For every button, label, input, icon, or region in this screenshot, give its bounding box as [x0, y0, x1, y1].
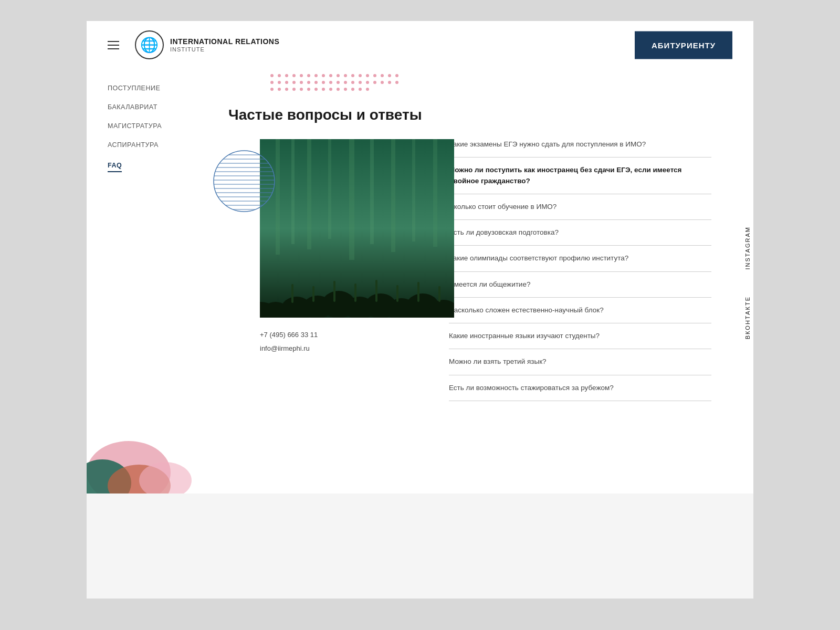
faq-item[interactable]: Можно ли взять третий язык?: [449, 349, 711, 375]
logo-subtitle: INSTITUTE: [170, 46, 279, 52]
dot: [337, 88, 340, 91]
logo-text: INTERNATIONAL RELATIONS INSTITUTE: [170, 37, 279, 52]
faq-question: Сколько стоит обучение в ИМО?: [449, 202, 711, 212]
sidebar: ПОСТУПЛЕНИЕ БАКАЛАВРИАТ МАГИСТРАТУРА АСП…: [87, 69, 218, 422]
dot: [285, 88, 288, 91]
svg-rect-19: [307, 139, 311, 249]
dot: [337, 74, 340, 77]
cta-button[interactable]: АБИТУРИЕНТУ: [635, 31, 732, 59]
photo-placeholder: [260, 139, 454, 318]
dot: [307, 74, 310, 77]
svg-rect-36: [312, 286, 314, 302]
faq-question: Есть ли довузовская подготовка?: [449, 227, 711, 238]
dot: [314, 88, 318, 91]
sidebar-item-bakalavriat[interactable]: БАКАЛАВРИАТ: [108, 103, 197, 111]
hamburger-menu[interactable]: [108, 41, 119, 49]
svg-rect-24: [412, 139, 415, 242]
svg-point-44: [87, 441, 171, 494]
dot: [322, 88, 325, 91]
faq-item[interactable]: Какие экзамены ЕГЭ нужно сдать для посту…: [449, 139, 711, 158]
dots-decoration: [270, 74, 711, 91]
dot: [366, 81, 369, 84]
dot: [270, 74, 274, 77]
faq-question: Имеется ли общежитие?: [449, 279, 711, 290]
dot: [285, 74, 288, 77]
dot: [351, 74, 354, 77]
dot: [270, 88, 274, 91]
faq-list: Какие экзамены ЕГЭ нужно сдать для посту…: [449, 139, 711, 401]
dot: [292, 81, 296, 84]
dot: [292, 74, 296, 77]
svg-rect-20: [328, 139, 331, 239]
svg-rect-22: [370, 139, 374, 244]
sidebar-item-postuplenie[interactable]: ПОСТУПЛЕНИЕ: [108, 85, 197, 92]
dot: [388, 74, 391, 77]
dots-row-1: [270, 74, 711, 77]
svg-rect-41: [417, 282, 419, 302]
dot: [351, 88, 354, 91]
dot: [359, 88, 362, 91]
dot: [395, 81, 398, 84]
dot: [373, 74, 376, 77]
dot: [278, 88, 281, 91]
globe-icon: 🌐: [140, 36, 159, 54]
dots-row-3: [270, 88, 711, 91]
svg-point-46: [108, 465, 171, 494]
content-area: Частые вопросы и ответы: [218, 69, 753, 422]
svg-point-1: [214, 151, 275, 212]
instagram-link[interactable]: INSTAGRAM: [744, 226, 751, 270]
main-layout: ПОСТУПЛЕНИЕ БАКАЛАВРИАТ МАГИСТРАТУРА АСП…: [87, 69, 753, 422]
dot: [300, 74, 303, 77]
faq-item[interactable]: Имеется ли общежитие?: [449, 272, 711, 298]
svg-rect-18: [291, 139, 295, 244]
dot: [351, 81, 354, 84]
faq-item[interactable]: Сколько стоит обучение в ИМО?: [449, 194, 711, 220]
faq-question: Какие олимпиады соответствуют профилю ин…: [449, 253, 711, 264]
sidebar-item-faq[interactable]: FAQ: [108, 162, 122, 172]
logo[interactable]: 🌐 INTERNATIONAL RELATIONS INSTITUTE: [135, 30, 279, 59]
left-column: +7 (495) 666 33 11 info@iirmephi.ru: [228, 139, 428, 401]
content-columns: +7 (495) 666 33 11 info@iirmephi.ru Каки…: [228, 139, 711, 401]
faq-item[interactable]: Какие олимпиады соответствуют профилю ин…: [449, 246, 711, 271]
faq-item[interactable]: Можно ли поступить как иностранец без сд…: [449, 158, 711, 194]
dot: [314, 74, 318, 77]
svg-rect-17: [276, 139, 280, 255]
faq-item[interactable]: Есть ли довузовская подготовка?: [449, 220, 711, 246]
svg-rect-16: [260, 139, 454, 318]
striped-circle-decoration: [213, 150, 276, 213]
dot: [344, 74, 347, 77]
dot: [300, 88, 303, 91]
dot: [300, 81, 303, 84]
logo-title: INTERNATIONAL RELATIONS: [170, 37, 279, 46]
sidebar-item-aspirantura[interactable]: АСПИРАНТУРА: [108, 141, 197, 149]
contact-info: +7 (495) 666 33 11 info@iirmephi.ru: [260, 328, 428, 355]
dot: [314, 81, 318, 84]
svg-rect-39: [375, 280, 377, 302]
svg-rect-42: [438, 286, 440, 302]
dot: [381, 74, 384, 77]
svg-rect-43: [291, 284, 293, 303]
faq-item[interactable]: Насколько сложен естественно-научный бло…: [449, 298, 711, 323]
vkontakte-link[interactable]: ВКОНТАКТЕ: [744, 296, 751, 339]
svg-rect-38: [354, 284, 356, 302]
dots-row-2: [270, 81, 711, 84]
dot: [366, 74, 369, 77]
dot: [359, 81, 362, 84]
faq-item[interactable]: Есть ли возможность стажироваться за руб…: [449, 375, 711, 401]
dot: [307, 88, 310, 91]
phone: +7 (495) 666 33 11: [260, 328, 428, 342]
dot: [381, 81, 384, 84]
dot: [278, 81, 281, 84]
dot: [366, 88, 369, 91]
faq-question: Какие иностранные языки изучают студенты…: [449, 331, 711, 341]
sidebar-item-magistratura[interactable]: МАГИСТРАТУРА: [108, 122, 197, 130]
email: info@iirmephi.ru: [260, 342, 428, 355]
svg-rect-25: [433, 139, 437, 247]
dot: [395, 74, 398, 77]
faq-item[interactable]: Какие иностранные языки изучают студенты…: [449, 323, 711, 349]
dot: [329, 81, 332, 84]
faq-question: Какие экзамены ЕГЭ нужно сдать для посту…: [449, 139, 711, 150]
dot: [337, 81, 340, 84]
social-sidebar: INSTAGRAM ВКОНТАКТЕ: [744, 226, 753, 339]
faq-question: Можно ли взять третий язык?: [449, 356, 711, 367]
